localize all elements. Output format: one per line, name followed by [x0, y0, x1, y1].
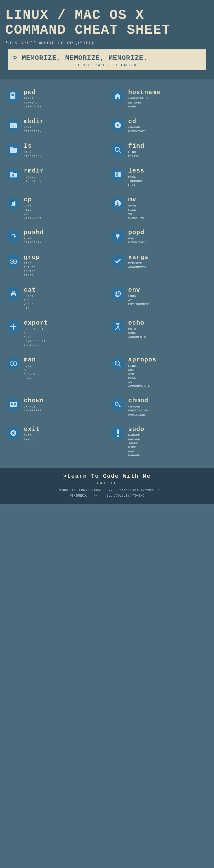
command-text-mkdir: mkdir MAKEDIRECTORY: [24, 118, 103, 134]
command-text-grep: grep FINDTHINGSINSIDEFILES: [24, 254, 103, 278]
commands-grid: pwd PRINTWORKINGDIRECTORY hostname COMPU…: [3, 85, 211, 462]
memorize-main: MEMORIZE, MEMORIZE, MEMORIZE.: [22, 54, 148, 62]
svg-rect-32: [117, 238, 118, 239]
command-item-pwd: pwd PRINTWORKINGDIRECTORY: [3, 85, 107, 114]
command-desc-man: READAMANUALPAGE: [24, 364, 103, 380]
command-icon-env: [111, 287, 125, 301]
command-icon-popd: [111, 229, 125, 243]
command-desc-env: LOOKATENVIRONMENT: [128, 294, 208, 306]
command-text-less: less PAGETHROUGHFILE: [128, 168, 208, 187]
command-text-man: man READAMANUALPAGE: [24, 357, 103, 380]
svg-point-10: [115, 147, 119, 151]
svg-line-11: [119, 151, 121, 153]
command-item-cat: cat PRINTTHEWHOLEFILE: [3, 282, 107, 315]
command-item-cp: cp COPYFILEORDIRECTORY: [3, 192, 107, 225]
svg-point-49: [117, 326, 119, 328]
command-item-mkdir: mkdir MAKEDIRECTORY: [3, 114, 107, 138]
command-name-exit: exit: [24, 426, 103, 433]
command-item-less: less PAGETHROUGHFILE: [107, 163, 211, 192]
command-item-cd: cd CHANGEDIRECTORY: [107, 114, 211, 138]
command-text-export: export EXPORT/SETANEWENVIRONMENTVARIABLE: [24, 320, 103, 347]
commands-section: pwd PRINTWORKINGDIRECTORY hostname COMPU…: [0, 80, 214, 468]
command-name-less: less: [128, 168, 208, 174]
command-name-apropos: apropos: [128, 357, 208, 363]
command-desc-xargs: EXECUTEARGUMENTS: [128, 261, 208, 270]
command-item-popd: popd POPDIRECTORY: [107, 225, 211, 250]
command-item-pushd: pushd PUSHDIRECTORY: [3, 225, 107, 250]
command-item-echo: echo PRINTSOMEARGUMENTS: [107, 315, 211, 352]
command-text-echo: echo PRINTSOMEARGUMENTS: [128, 320, 208, 339]
command-text-env: env LOOKATENVIRONMENT: [128, 287, 208, 306]
command-text-pwd: pwd PRINTWORKINGDIRECTORY: [24, 89, 103, 109]
svg-point-36: [11, 261, 12, 262]
footer-link1-url[interactable]: http://bit.ly/fRxoRBn: [120, 489, 159, 492]
svg-rect-35: [12, 261, 14, 262]
command-desc-less: PAGETHROUGHFILE: [128, 175, 208, 187]
memorize-arrow: >: [13, 54, 18, 62]
command-desc-hostname: COMPUTER'SNETWORKNAME: [128, 97, 208, 109]
main-title: LINUX / MAC OS X COMMAND CHEAT SHEET: [5, 8, 209, 38]
command-icon-find: [111, 143, 125, 157]
command-desc-mkdir: MAKEDIRECTORY: [24, 126, 103, 134]
command-text-sudo: sudo DANGER!BECOMESUPERUSERROOTDANGER!: [128, 426, 208, 458]
command-icon-xargs: [111, 254, 125, 268]
command-icon-mkdir: [6, 118, 20, 132]
command-text-exit: exit EXITSHELL: [24, 426, 103, 442]
command-item-chown: chown CHANGEOWNERSHIP: [3, 393, 107, 422]
command-text-xargs: xargs EXECUTEARGUMENTS: [128, 254, 208, 270]
command-name-popd: popd: [128, 229, 208, 236]
command-item-chmod: chmod CHANGEPERMISSIONMODIFIERS: [107, 393, 211, 422]
command-text-apropos: apropos FINDWHATMANPAGEISAPPROPRIATE: [128, 357, 208, 388]
svg-rect-39: [12, 291, 15, 293]
footer-link2-url[interactable]: http://bit.ly/fTDw1MD: [105, 494, 144, 498]
command-desc-grep: FINDTHINGSINSIDEFILES: [24, 261, 103, 278]
command-item-env: env LOOKATENVIRONMENT: [107, 282, 211, 315]
command-item-sudo: sudo DANGER!BECOMESUPERUSERROOTDANGER!: [107, 422, 211, 462]
memorize-text: > MEMORIZE, MEMORIZE, MEMORIZE.: [13, 54, 201, 62]
subtitle: this ain't meant to be pretty: [5, 40, 209, 45]
command-icon-rmdir: [6, 168, 20, 181]
footer-link1-sep: //: [109, 489, 112, 492]
svg-point-30: [116, 234, 119, 238]
footer-link1-label: COMMAND LINE CRASH COURSE: [55, 489, 102, 492]
command-name-pwd: pwd: [24, 89, 103, 96]
command-icon-mv: [111, 196, 125, 210]
command-text-ls: ls LISTDIRECTORY: [24, 143, 103, 158]
command-desc-pushd: PUSHDIRECTORY: [24, 237, 103, 245]
command-item-find: find FINDFILES: [107, 138, 211, 163]
command-icon-ls: [6, 143, 20, 157]
command-desc-chmod: CHANGEPERMISSIONMODIFIERS: [128, 405, 208, 417]
command-text-rmdir: rmdir REMOVEDIRECTORY: [24, 168, 103, 183]
command-desc-exit: EXITSHELL: [24, 434, 103, 442]
command-name-ls: ls: [24, 143, 103, 149]
command-name-chown: chown: [24, 398, 103, 404]
svg-point-59: [11, 403, 13, 405]
footer: >Learn To Code With Me SOURCES COMMAND L…: [0, 468, 214, 504]
command-item-export: export EXPORT/SETANEWENVIRONMENTVARIABLE: [3, 315, 107, 352]
footer-title: >Learn To Code With Me: [5, 473, 209, 479]
footer-sources: SOURCES: [5, 481, 209, 485]
command-name-export: export: [24, 320, 103, 326]
svg-rect-5: [117, 97, 118, 99]
svg-rect-40: [12, 294, 15, 297]
command-text-cat: cat PRINTTHEWHOLEFILE: [24, 287, 103, 310]
svg-point-37: [14, 261, 16, 262]
command-icon-cat: [6, 287, 20, 301]
command-text-chmod: chmod CHANGEPERMISSIONMODIFIERS: [128, 398, 208, 417]
svg-rect-71: [117, 435, 119, 437]
command-icon-pushd: [6, 229, 20, 243]
command-icon-chmod: [111, 398, 125, 411]
command-text-popd: popd POPDIRECTORY: [128, 229, 208, 245]
command-item-grep: grep FINDTHINGSINSIDEFILES: [3, 250, 107, 282]
header-section: LINUX / MAC OS X COMMAND CHEAT SHEET thi…: [0, 0, 214, 80]
command-desc-export: EXPORT/SETANEWENVIRONMENTVARIABLE: [24, 327, 103, 347]
command-item-man: man READAMANUALPAGE: [3, 352, 107, 393]
command-desc-ls: LISTDIRECTORY: [24, 150, 103, 158]
footer-link2-label: WIKIPEDIA: [70, 494, 87, 498]
svg-line-56: [119, 365, 121, 366]
command-desc-echo: PRINTSOMEARGUMENTS: [128, 327, 208, 339]
command-name-env: env: [128, 287, 208, 293]
command-name-xargs: xargs: [128, 254, 208, 260]
command-name-cat: cat: [24, 287, 103, 293]
command-icon-pwd: [6, 89, 20, 103]
